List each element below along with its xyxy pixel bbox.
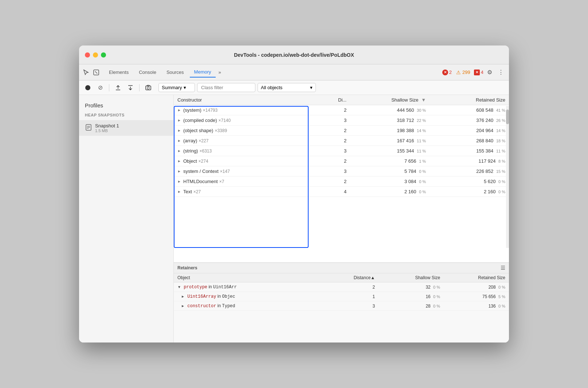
table-row: ► Text ×27 4 2 160 0 % 2 160 0 % — [174, 187, 509, 197]
titlebar: DevTools - codepen.io/web-dot-dev/live/P… — [79, 45, 509, 64]
clear-button[interactable]: ⊘ — [95, 83, 105, 93]
retained-pct: 8 % — [498, 159, 505, 163]
warning-icon: ⚠ — [455, 70, 461, 75]
tab-elements[interactable]: Elements — [105, 67, 133, 77]
table-row: ► Object ×274 2 7 656 1 % 117 924 8 % — [174, 156, 509, 166]
sidebar-heading: Profiles — [79, 101, 173, 113]
retained-pct: 41 % — [496, 108, 505, 112]
ret-col-distance[interactable]: Distance▲ — [332, 273, 379, 282]
constructor-cell: ► (string) ×6313 — [174, 146, 324, 156]
ret-obj-prefix: Uint16Array — [187, 294, 216, 299]
constructor-count: ×227 — [199, 138, 208, 143]
snapshot-item[interactable]: Snapshot 1 1.5 MB — [79, 120, 173, 136]
all-objects-label: All objects — [261, 85, 282, 90]
nav-bar: Elements Console Sources Memory » ✕ 2 ⚠ … — [79, 64, 509, 80]
row-expand-arrow[interactable]: ► — [177, 190, 182, 194]
minimize-button[interactable] — [93, 52, 98, 58]
nav-icon-group — [82, 68, 100, 76]
shallow-pct: 0 % — [419, 179, 426, 184]
error-count[interactable]: ✕ 2 — [442, 70, 452, 75]
retained-pct: 0 % — [498, 190, 505, 194]
constructor-cell: ► (system) ×14793 — [174, 105, 324, 115]
warning-count[interactable]: ⚠ 299 — [455, 70, 470, 75]
constructor-cell: ► (array) ×227 — [174, 136, 324, 146]
sidebar-section-title: HEAP SNAPSHOTS — [79, 113, 173, 120]
tab-sources[interactable]: Sources — [162, 67, 188, 77]
ret-retained-cell: 75 656 5 % — [444, 292, 509, 301]
record-icon — [85, 85, 90, 90]
sort-arrow: ▼ — [421, 97, 426, 103]
distance-cell: 3 — [324, 166, 350, 177]
constructor-cell: ► Object ×274 — [174, 156, 324, 166]
tab-memory[interactable]: Memory — [190, 67, 216, 78]
row-expand-arrow[interactable]: ► — [177, 169, 182, 173]
svg-line-2 — [95, 71, 97, 74]
more-options-icon[interactable]: ⋮ — [496, 67, 506, 77]
cursor-icon[interactable] — [82, 68, 90, 76]
svg-point-6 — [147, 87, 149, 89]
row-expand-arrow[interactable]: ► — [177, 128, 182, 132]
row-expand-arrow[interactable]: ► — [177, 108, 182, 112]
ret-row-arrow[interactable]: ► — [181, 304, 185, 308]
ret-obj-preposition: in — [208, 284, 213, 289]
ret-col-shallow[interactable]: Shallow Size — [379, 273, 444, 282]
row-expand-arrow[interactable]: ► — [177, 149, 182, 153]
screenshot-button[interactable] — [143, 83, 153, 93]
snapshot-size: 1.5 MB — [95, 128, 119, 133]
constructor-cell: ► (compiled code) ×7140 — [174, 115, 324, 126]
ret-distance-cell: 3 — [332, 301, 379, 311]
retained-cell: 268 840 18 % — [430, 136, 509, 146]
scrollbar-track[interactable] — [506, 106, 509, 248]
retained-cell: 226 852 15 % — [430, 166, 509, 177]
maximize-button[interactable] — [101, 52, 106, 58]
settings-icon[interactable]: ⚙ — [485, 67, 494, 77]
retainers-section: Retainers ☰ Object Distance▲ — [174, 262, 509, 343]
constructor-name: system / Context — [183, 169, 219, 174]
shallow-cell: 167 416 11 % — [350, 136, 430, 146]
toolbar: ⊘ Summary ▾ All objects ▾ — [79, 80, 509, 95]
scrollbar-thumb[interactable] — [506, 110, 509, 124]
shallow-cell: 7 656 1 % — [350, 156, 430, 166]
shallow-cell: 318 712 22 % — [350, 115, 430, 126]
col-retained[interactable]: Retained Size — [430, 95, 509, 105]
download-button[interactable] — [125, 83, 136, 93]
row-expand-arrow[interactable]: ► — [177, 139, 182, 143]
distance-cell: 2 — [324, 105, 350, 115]
shallow-pct: 0 % — [419, 190, 426, 194]
table-row: ► (system) ×14793 2 444 560 30 % 608 548… — [174, 105, 509, 115]
record-button[interactable] — [83, 83, 93, 93]
upload-icon — [115, 84, 121, 91]
snapshot-info: Snapshot 1 1.5 MB — [95, 123, 119, 133]
ret-row-arrow[interactable]: ► — [181, 294, 185, 298]
class-filter-input[interactable] — [197, 83, 255, 92]
divider-1 — [109, 84, 109, 91]
ret-shallow-cell: 32 0 % — [379, 282, 444, 292]
info-count[interactable]: ✕ 4 — [474, 70, 483, 75]
col-constructor[interactable]: Constructor — [174, 95, 324, 105]
ret-object-cell: ▼ prototype in Uint16Arr — [174, 282, 332, 292]
retainers-table: Object Distance▲ Shallow Size Retained S… — [174, 273, 509, 311]
all-objects-dropdown[interactable]: All objects ▾ — [258, 83, 316, 92]
tab-console[interactable]: Console — [134, 67, 161, 77]
col-distance[interactable]: Di... — [324, 95, 350, 105]
status-bar: ✕ 2 ⚠ 299 ✕ 4 — [442, 70, 483, 75]
devtools-window: DevTools - codepen.io/web-dot-dev/live/P… — [79, 45, 509, 343]
summary-dropdown[interactable]: Summary ▾ — [158, 83, 195, 92]
dropdown-arrow-objects: ▾ — [310, 85, 313, 90]
ret-col-retained[interactable]: Retained Size — [444, 273, 509, 282]
more-tabs-button[interactable]: » — [217, 68, 223, 76]
inspect-icon[interactable] — [92, 68, 100, 76]
row-expand-arrow[interactable]: ► — [177, 179, 182, 183]
distance-cell: 2 — [324, 177, 350, 187]
ret-col-object[interactable]: Object — [174, 273, 332, 282]
download-icon — [127, 84, 134, 91]
row-expand-arrow[interactable]: ► — [177, 118, 182, 122]
upload-button[interactable] — [113, 83, 123, 93]
ret-row-arrow[interactable]: ▼ — [177, 285, 181, 289]
col-shallow[interactable]: Shallow Size ▼ — [350, 95, 430, 105]
retainers-title: Retainers — [177, 265, 197, 270]
close-button[interactable] — [85, 52, 90, 58]
table-row: ► system / Context ×147 3 5 784 0 % 226 … — [174, 166, 509, 177]
ret-retained-cell: 136 0 % — [444, 301, 509, 311]
row-expand-arrow[interactable]: ► — [177, 159, 182, 163]
